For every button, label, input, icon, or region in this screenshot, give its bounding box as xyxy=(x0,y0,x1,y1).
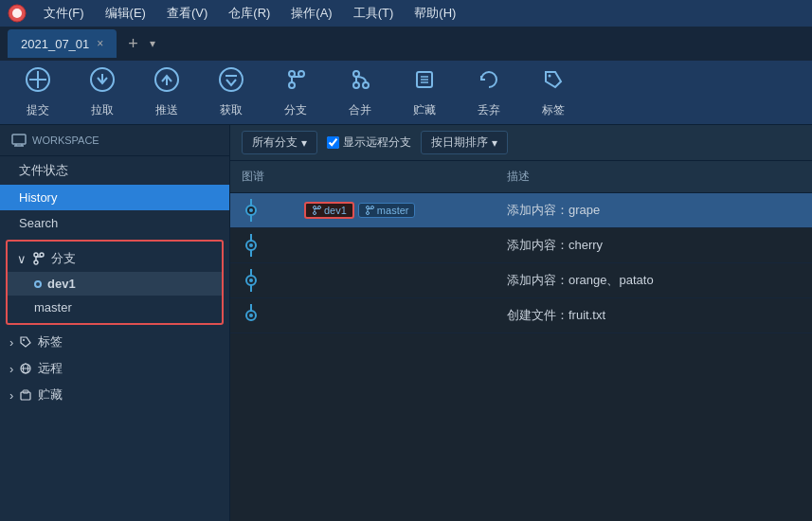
toolbar: 提交 拉取 推送 获取 xyxy=(0,61,812,125)
tabbar: 2021_07_01 × + ▾ xyxy=(0,27,812,61)
branch-label: 分支 xyxy=(284,102,307,118)
master-tag-label: master xyxy=(377,205,409,216)
svg-rect-24 xyxy=(12,135,26,144)
new-tab-button[interactable]: + xyxy=(120,34,146,54)
filter-bar: 所有分支 ▾ 显示远程分支 按日期排序 ▾ xyxy=(230,125,812,161)
menu-tools[interactable]: 工具(T) xyxy=(344,2,404,25)
svg-point-12 xyxy=(289,82,295,88)
svg-point-45 xyxy=(366,212,369,215)
svg-point-16 xyxy=(353,82,359,88)
branch-tags: dev1 master xyxy=(304,202,415,219)
svg-point-50 xyxy=(249,243,253,247)
push-icon xyxy=(153,66,180,99)
branch-button[interactable]: 分支 xyxy=(273,66,318,118)
merge-button[interactable]: 合并 xyxy=(337,66,383,118)
stash-label: 贮藏 xyxy=(413,102,436,118)
pull-button[interactable]: 拉取 xyxy=(80,66,125,118)
menu-file[interactable]: 文件(F) xyxy=(34,2,94,25)
fetch-button[interactable]: 获取 xyxy=(208,66,254,118)
svg-point-39 xyxy=(249,208,253,212)
app-logo xyxy=(8,4,27,23)
tag-button[interactable]: 标签 xyxy=(531,66,576,118)
commit-label: 提交 xyxy=(27,102,49,118)
branches-group-header[interactable]: ∨ 分支 xyxy=(8,245,222,272)
sidebar-item-history[interactable]: History xyxy=(0,185,229,210)
sidebar-item-file-status[interactable]: 文件状态 xyxy=(0,156,229,185)
table-header: 图谱 描述 xyxy=(230,161,812,193)
show-remote-checkbox[interactable]: 显示远程分支 xyxy=(327,135,411,151)
active-branch-dot xyxy=(34,280,42,288)
sidebar-branch-dev1[interactable]: dev1 xyxy=(8,272,222,296)
menu-help[interactable]: 帮助(H) xyxy=(405,2,465,25)
push-label: 推送 xyxy=(155,102,178,118)
master-tag: master xyxy=(358,203,416,218)
merge-icon xyxy=(347,66,373,99)
row-desc-3: 添加内容：orange、patato xyxy=(496,266,812,295)
workspace-header: WORKSPACE xyxy=(0,125,229,156)
svg-point-23 xyxy=(549,75,551,78)
table-row[interactable]: 创建文件：fruit.txt xyxy=(230,298,812,333)
table-row[interactable]: 添加内容：cherry xyxy=(230,228,812,263)
discard-button[interactable]: 丢弃 xyxy=(466,66,512,118)
fetch-label: 获取 xyxy=(220,102,243,118)
sidebar-item-search[interactable]: Search xyxy=(0,210,229,236)
fetch-icon xyxy=(218,66,244,99)
menu-view[interactable]: 查看(V) xyxy=(157,2,217,25)
history-table: 图谱 描述 xyxy=(230,161,812,521)
remote-section[interactable]: › 远程 xyxy=(0,355,229,382)
tags-label: 标签 xyxy=(38,333,63,350)
menubar: 文件(F) 编辑(E) 查看(V) 仓库(R) 操作(A) 工具(T) 帮助(H… xyxy=(0,0,812,27)
branches-filter-chevron: ▾ xyxy=(301,136,307,150)
discard-icon xyxy=(476,66,502,99)
branches-chevron: ∨ xyxy=(17,252,27,266)
tag-icon xyxy=(540,66,567,99)
push-button[interactable]: 推送 xyxy=(144,66,189,118)
branches-group: ∨ 分支 dev1 master xyxy=(6,240,224,325)
discard-label: 丢弃 xyxy=(478,102,500,118)
sort-filter-label: 按日期排序 xyxy=(431,135,488,151)
tab-dropdown-button[interactable]: ▾ xyxy=(150,37,155,50)
svg-point-29 xyxy=(34,260,38,264)
tab-close-btn[interactable]: × xyxy=(97,37,103,50)
content-area: 所有分支 ▾ 显示远程分支 按日期排序 ▾ 图谱 描述 xyxy=(230,125,812,521)
branches-label: 分支 xyxy=(51,250,76,267)
commit-button[interactable]: 提交 xyxy=(15,66,61,118)
row-desc-1: 添加内容：grape xyxy=(496,196,812,225)
branches-filter-label: 所有分支 xyxy=(252,135,298,151)
svg-point-17 xyxy=(363,82,369,88)
main-area: WORKSPACE 文件状态 History Search ∨ 分支 d xyxy=(0,125,812,521)
row-desc-2: 添加内容：cherry xyxy=(496,231,812,260)
workspace-label: WORKSPACE xyxy=(32,135,99,146)
sidebar-branch-master[interactable]: master xyxy=(8,296,222,319)
row-graph-3 xyxy=(230,263,496,297)
dev1-tag-label: dev1 xyxy=(324,205,347,216)
show-remote-label: 显示远程分支 xyxy=(343,135,411,151)
sidebar: WORKSPACE 文件状态 History Search ∨ 分支 d xyxy=(0,125,230,521)
pull-icon xyxy=(89,66,116,99)
svg-point-1 xyxy=(12,9,22,18)
tags-section[interactable]: › 标签 xyxy=(0,329,229,355)
sort-filter-dropdown[interactable]: 按日期排序 ▾ xyxy=(421,131,508,154)
dev1-tag: dev1 xyxy=(304,202,354,219)
remote-label: 远程 xyxy=(38,360,63,377)
tag-label: 标签 xyxy=(542,102,565,118)
menu-edit[interactable]: 编辑(E) xyxy=(96,2,155,25)
branch-master-label: master xyxy=(34,300,72,314)
table-row[interactable]: 添加内容：orange、patato xyxy=(230,263,812,298)
svg-point-56 xyxy=(249,314,253,317)
row-graph-2 xyxy=(230,228,496,262)
stash-icon xyxy=(411,66,438,99)
show-remote-check[interactable] xyxy=(327,136,339,149)
svg-point-53 xyxy=(249,278,253,282)
stash-section[interactable]: › 贮藏 xyxy=(0,382,229,408)
tags-chevron: › xyxy=(9,335,13,350)
branch-dev1-label: dev1 xyxy=(47,277,76,291)
stash-button[interactable]: 贮藏 xyxy=(402,66,447,118)
row-graph-1: dev1 master xyxy=(230,193,496,227)
tab-main[interactable]: 2021_07_01 × xyxy=(8,29,117,58)
row-graph-4 xyxy=(230,298,496,332)
branches-filter-dropdown[interactable]: 所有分支 ▾ xyxy=(242,131,317,154)
table-row[interactable]: dev1 master xyxy=(230,193,812,228)
menu-repo[interactable]: 仓库(R) xyxy=(219,2,280,25)
menu-actions[interactable]: 操作(A) xyxy=(281,2,341,25)
